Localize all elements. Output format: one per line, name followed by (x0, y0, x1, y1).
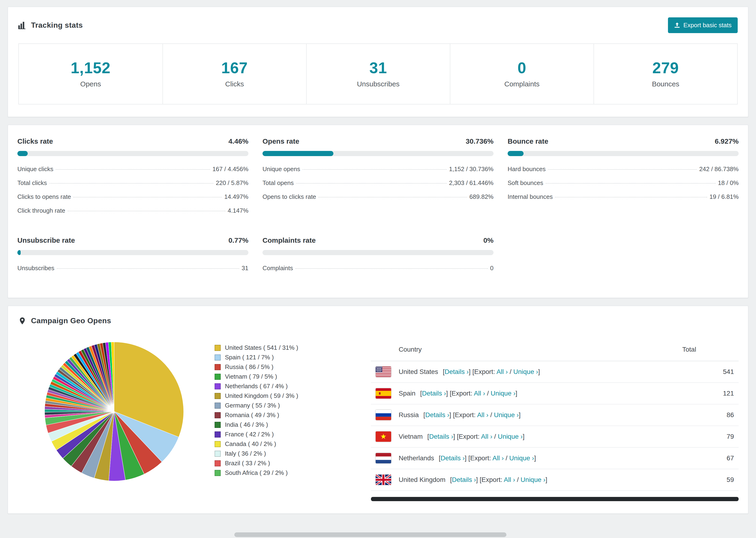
legend-item: South Africa ( 29 / 2% ) (215, 468, 330, 478)
rate-row-value: 167 / 4.456% (212, 166, 248, 173)
geo-table-row: United States [Details ›] [Export: All ›… (371, 361, 739, 383)
country-links: [Details ›] [Export: All › / Unique ›] (448, 476, 727, 484)
rate-progress-bar (262, 151, 494, 156)
pie-svg (44, 341, 185, 482)
geo-table-row: United Kingdom [Details ›] [Export: All … (371, 469, 739, 491)
country-column-header: Country (399, 346, 682, 353)
country-name: Spain (399, 390, 415, 397)
page-horizontal-scrollbar[interactable] (234, 532, 507, 535)
legend-item: Brazil ( 33 / 2% ) (215, 458, 330, 468)
rate-value: 0.77% (229, 237, 248, 244)
rate-header: Opens rate30.736% (262, 137, 494, 145)
rate-rows: Unique clicks167 / 4.456%Total clicks220… (17, 162, 248, 218)
flag-vn-icon (376, 431, 391, 442)
rate-row-value: 0 (490, 265, 494, 272)
rate-header: Unsubscribe rate0.77% (17, 237, 248, 244)
legend-item: Romania ( 49 / 3% ) (215, 410, 330, 420)
legend-label: Vietnam ( 79 / 5% ) (225, 373, 277, 380)
legend-label: Russia ( 86 / 5% ) (225, 363, 274, 371)
dotted-leader (546, 183, 716, 184)
legend-color-swatch (215, 403, 221, 409)
rate-row-value: 14.497% (224, 193, 248, 200)
dotted-leader (318, 197, 467, 197)
export-all-link[interactable]: All › (493, 455, 504, 462)
stat-value: 279 (599, 59, 732, 77)
legend-color-swatch (215, 470, 221, 476)
country-name: United States (399, 368, 438, 376)
legend-color-swatch (215, 393, 221, 399)
details-link[interactable]: Details › (441, 455, 465, 462)
stat-value: 1,152 (24, 59, 158, 77)
geo-table-row: Spain [Details ›] [Export: All › / Uniqu… (371, 383, 739, 404)
rate-progress-bar (17, 151, 248, 156)
rate-block: Opens rate30.736%Unique opens1,152 / 30.… (262, 137, 494, 218)
country-total: 541 (723, 368, 734, 376)
geo-table-header: Country Total (371, 339, 739, 361)
legend-label: United Kingdom ( 59 / 3% ) (225, 392, 298, 400)
rate-row: Unique opens1,152 / 30.736% (262, 162, 494, 176)
rate-row-label: Unsubscribes (17, 265, 54, 272)
export-unique-link[interactable]: Unique › (509, 455, 534, 462)
legend-color-swatch (215, 374, 221, 380)
export-unique-link[interactable]: Unique › (491, 390, 515, 397)
details-link[interactable]: Details › (422, 390, 446, 397)
table-horizontal-scrollbar[interactable] (371, 497, 739, 501)
stat-label: Bounces (599, 80, 732, 88)
legend-label: Netherlands ( 67 / 4% ) (225, 383, 288, 390)
export-basic-stats-button[interactable]: Export basic stats (668, 17, 738, 33)
rate-progress-bar (17, 250, 248, 255)
rate-rows: Unsubscribes31 (17, 261, 248, 275)
legend-color-swatch (215, 354, 221, 360)
rate-row-value: 1,152 / 30.736% (449, 166, 494, 173)
legend-color-swatch (215, 383, 221, 389)
flag-es-icon (376, 388, 391, 399)
country-links: [Details ›] [Export: All › / Unique ›] (437, 455, 727, 462)
rate-row-label: Soft bounces (508, 179, 543, 187)
legend-label: South Africa ( 29 / 2% ) (225, 469, 288, 476)
legend-item: Russia ( 86 / 5% ) (215, 362, 330, 372)
geo-opens-card: Campaign Geo Opens United States ( 541 /… (8, 306, 748, 514)
geo-table-row: Netherlands [Details ›] [Export: All › /… (371, 448, 739, 469)
details-link[interactable]: Details › (425, 411, 449, 418)
export-unique-link[interactable]: Unique › (513, 368, 538, 375)
export-all-link[interactable]: All › (474, 390, 485, 397)
rate-row: Clicks to opens rate14.497% (17, 190, 248, 204)
dotted-leader (73, 197, 222, 197)
rate-block: Complaints rate0%Complaints0 (262, 237, 494, 275)
export-all-link[interactable]: All › (497, 368, 508, 375)
geo-opens-title: Campaign Geo Opens (18, 316, 111, 325)
export-all-link[interactable]: All › (481, 433, 492, 440)
details-link[interactable]: Details › (452, 476, 476, 483)
rate-block: Unsubscribe rate0.77%Unsubscribes31 (17, 237, 248, 275)
legend-label: Germany ( 55 / 3% ) (225, 402, 280, 409)
map-pin-icon (18, 317, 26, 325)
export-all-link[interactable]: All › (504, 476, 515, 483)
rate-row-label: Clicks to opens rate (17, 193, 71, 200)
rate-row: Total clicks220 / 5.87% (17, 176, 248, 190)
legend-color-swatch (215, 431, 221, 438)
stat-value: 167 (168, 59, 301, 77)
geo-opens-header: Campaign Geo Opens (8, 306, 748, 334)
rate-title: Opens rate (262, 137, 299, 145)
rate-rows: Hard bounces242 / 86.738%Soft bounces18 … (508, 162, 739, 204)
export-all-link[interactable]: All › (477, 411, 488, 418)
details-link[interactable]: Details › (429, 433, 453, 440)
export-unique-link[interactable]: Unique › (494, 411, 519, 418)
export-unique-link[interactable]: Unique › (498, 433, 523, 440)
geo-title-text: Campaign Geo Opens (31, 316, 111, 325)
stat-label: Unsubscribes (311, 80, 445, 88)
legend-item: Italy ( 36 / 2% ) (215, 449, 330, 458)
country-total: 121 (723, 390, 734, 397)
country-links: [Details ›] [Export: All › / Unique ›] (422, 411, 727, 419)
country-links: [Details ›] [Export: All › / Unique ›] (425, 433, 727, 440)
rate-title: Complaints rate (262, 237, 316, 244)
country-name: Netherlands (399, 455, 434, 462)
export-button-label: Export basic stats (683, 22, 731, 29)
dotted-leader (57, 268, 240, 269)
rate-header: Complaints rate0% (262, 237, 494, 244)
export-unique-link[interactable]: Unique › (520, 476, 545, 483)
rate-row: Unique clicks167 / 4.456% (17, 162, 248, 176)
details-link[interactable]: Details › (445, 368, 469, 375)
stats-row: 1,152Opens167Clicks31Unsubscribes0Compla… (18, 43, 738, 104)
country-total: 59 (727, 476, 734, 484)
